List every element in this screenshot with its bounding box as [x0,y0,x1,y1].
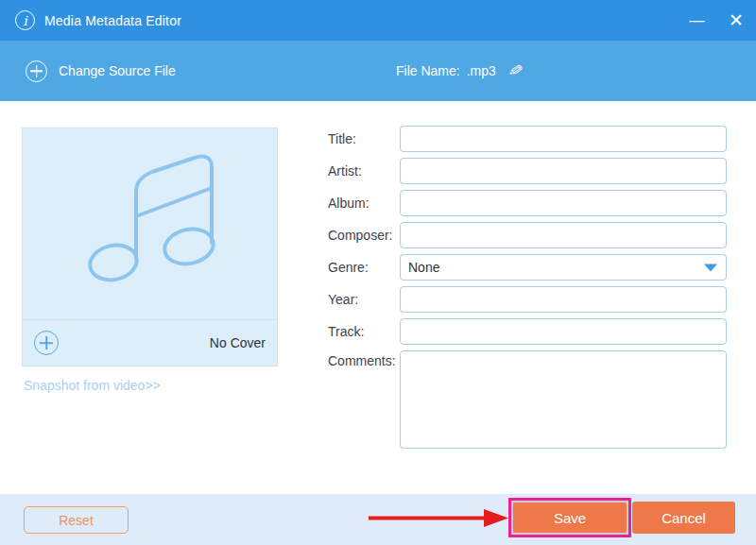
genre-selected-value: None [408,260,439,275]
metadata-form: Title: Artist: Album: Composer: Genre: N… [328,126,727,454]
title-bar: i Media Metadata Editor — ✕ [0,0,756,41]
composer-input[interactable] [400,222,727,248]
track-label: Track: [328,324,400,339]
save-button[interactable]: Save [513,502,627,533]
cover-footer: No Cover [23,319,277,366]
plus-circle-icon [26,60,47,82]
change-source-file-label: Change Source File [59,63,176,78]
form-row-year: Year: [328,286,727,313]
music-note-icon [23,128,277,319]
snapshot-from-video-link[interactable]: Snapshot from video>> [24,378,161,393]
title-input[interactable] [400,126,727,152]
titlebar-buttons: — ✕ [677,0,756,41]
genre-dropdown[interactable]: None [400,254,727,281]
form-row-track: Track: [328,318,727,345]
sub-header: Change Source File File Name: .mp3 ✎ [0,41,756,101]
add-cover-button[interactable] [34,331,59,355]
title-label: Title: [328,131,400,146]
form-row-album: Album: [328,190,727,216]
album-label: Album: [328,196,400,211]
genre-label: Genre: [328,260,400,275]
album-cover-panel: No Cover [22,128,278,366]
artist-input[interactable] [400,158,727,184]
info-icon: i [15,10,35,30]
year-label: Year: [328,292,400,307]
no-cover-label: No Cover [210,335,266,350]
form-row-artist: Artist: [328,158,727,184]
file-name-group: File Name: .mp3 ✎ [396,41,523,101]
file-name-label: File Name: [396,63,460,78]
change-source-file-button[interactable]: Change Source File [26,41,176,101]
reset-button[interactable]: Reset [24,506,129,534]
save-highlight-box: Save [508,498,631,537]
album-input[interactable] [400,190,727,216]
close-icon[interactable]: ✕ [716,0,756,41]
track-input[interactable] [400,318,727,345]
artist-label: Artist: [328,163,400,179]
year-input[interactable] [400,286,727,313]
form-row-composer: Composer: [328,222,727,248]
chevron-down-icon [704,264,717,272]
form-row-genre: Genre: None [328,254,727,281]
composer-label: Composer: [328,228,400,243]
minimize-icon[interactable]: — [677,0,716,41]
red-arrow-annotation [367,508,510,528]
file-name-value: .mp3 [467,63,496,78]
comments-label: Comments: [328,350,400,368]
window-title: Media Metadata Editor [44,13,181,28]
media-metadata-editor-window: i Media Metadata Editor — ✕ Change Sourc… [0,0,756,545]
form-row-comments: Comments: [328,350,727,449]
comments-textarea[interactable] [400,350,727,449]
cancel-button[interactable]: Cancel [632,502,735,534]
form-row-title: Title: [328,126,727,152]
edit-filename-icon[interactable]: ✎ [507,61,524,81]
